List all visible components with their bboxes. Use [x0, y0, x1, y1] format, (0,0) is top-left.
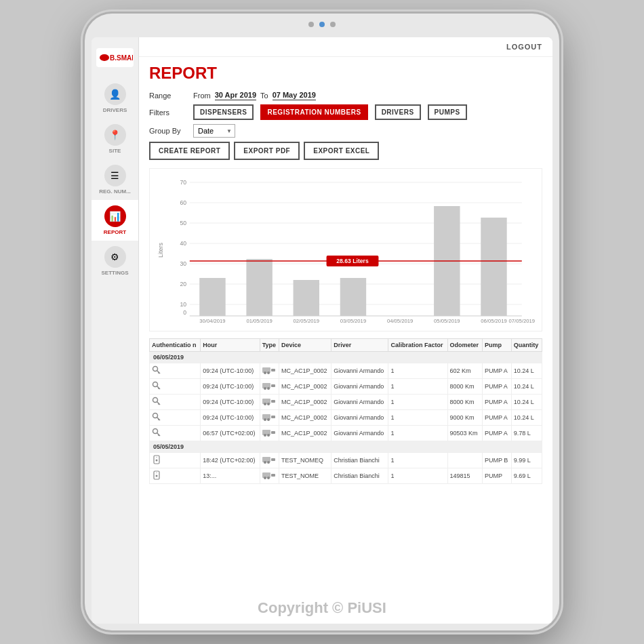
cell-auth: [150, 453, 201, 468]
sidebar-item-settings[interactable]: ⚙ SETTINGS: [92, 241, 138, 281]
cell-driver: Giovanni Armando: [331, 379, 388, 395]
to-date[interactable]: 07 May 2019: [273, 91, 316, 100]
create-report-button[interactable]: CREATE REPORT: [149, 142, 230, 160]
filter-drivers[interactable]: DRIVERS: [375, 104, 421, 120]
group-by-row: Group By Date Driver Device: [149, 124, 542, 138]
svg-text:40: 40: [180, 240, 186, 247]
svg-rect-60: [271, 431, 275, 434]
svg-point-75: [264, 477, 266, 479]
top-bar: LOGOUT: [139, 37, 552, 57]
from-label: From: [193, 92, 211, 100]
svg-text:20: 20: [180, 281, 186, 287]
svg-point-33: [264, 371, 266, 374]
cell-qty: 10.24 L: [511, 410, 542, 426]
table-row: 18:42 (UTC+02:00)TEST_NOMEQChristian Bia…: [150, 453, 542, 468]
col-qty: Quantity: [511, 339, 542, 352]
col-hour: Hour: [201, 339, 260, 352]
table-row: 09:24 (UTC-10:00)MC_AC1P_0002Giovanni Ar…: [150, 379, 542, 395]
cell-hour: 18:42 (UTC+02:00): [201, 453, 260, 468]
sidebar-item-reg-num[interactable]: ☰ REG. NUM...: [92, 159, 138, 200]
group-by-label: Group By: [149, 127, 186, 135]
cell-hour: 09:24 (UTC-10:00): [201, 395, 260, 410]
svg-point-47: [264, 403, 266, 405]
sidebar-item-site[interactable]: 📍 SITE: [92, 119, 138, 159]
cell-type: [260, 379, 279, 395]
cell-cal: 1: [388, 395, 447, 410]
cell-driver: Giovanni Armando: [331, 426, 388, 441]
table-row: 09:24 (UTC-10:00)MC_AC1P_0002Giovanni Ar…: [150, 395, 542, 410]
svg-point-42: [153, 398, 158, 403]
sidebar-label-report: REPORT: [104, 229, 126, 235]
svg-text:10: 10: [180, 301, 186, 308]
col-odo: Odometer: [447, 339, 482, 352]
cell-pump: PUMP A: [482, 379, 511, 395]
settings-icon: ⚙: [104, 246, 126, 268]
cell-cal: 1: [388, 379, 447, 395]
svg-point-48: [267, 403, 270, 405]
cell-type: [260, 363, 279, 379]
svg-point-69: [267, 461, 270, 464]
bar-7: [481, 218, 506, 316]
cell-hour: 09:24 (UTC-10:00): [201, 410, 260, 426]
svg-point-76: [267, 477, 270, 479]
table-date-group: 06/05/2019: [150, 352, 542, 363]
cell-pump: PUMP B: [482, 453, 511, 468]
cell-pump: PUMP A: [482, 426, 511, 441]
action-buttons: CREATE REPORT EXPORT PDF EXPORT EXCEL: [149, 142, 542, 160]
col-type: Type: [260, 339, 279, 352]
svg-point-64: [156, 460, 158, 462]
cell-device: TEST_NOMEQ: [279, 453, 331, 468]
svg-rect-32: [271, 369, 275, 371]
cell-odo: 602 Km: [447, 363, 482, 379]
cell-device: MC_AC1P_0002: [279, 410, 331, 426]
svg-point-2: [100, 56, 106, 60]
page-content: REPORT Range From 30 Apr 2019 To 07 May …: [139, 57, 552, 624]
table-row: 13:...TEST_NOMEChristian Bianchi1149815P…: [150, 468, 542, 484]
cell-qty: 10.24 L: [511, 395, 542, 410]
group-by-select[interactable]: Date Driver Device: [193, 124, 235, 138]
sidebar: B.SMART 👤 DRIVERS 📍 SITE ☰ REG. NUM... 📊…: [92, 37, 139, 624]
svg-rect-74: [271, 474, 275, 477]
svg-point-40: [264, 387, 266, 390]
sidebar-item-drivers[interactable]: 👤 DRIVERS: [92, 78, 138, 119]
svg-point-54: [264, 418, 266, 421]
cell-qty: 9.99 L: [511, 453, 542, 468]
cell-device: TEST_NOME: [279, 468, 331, 484]
cell-odo: 90503 Km: [447, 426, 482, 441]
tablet-screen: B.SMART 👤 DRIVERS 📍 SITE ☰ REG. NUM... 📊…: [92, 37, 552, 624]
export-pdf-button[interactable]: EXPORT PDF: [234, 142, 300, 160]
filter-pumps[interactable]: PUMPS: [428, 104, 467, 120]
filters-row: Filters DISPENSERS REGISTRATION NUMBERS …: [149, 104, 542, 120]
filter-registration[interactable]: REGISTRATION NUMBERS: [260, 104, 367, 120]
svg-point-71: [156, 475, 158, 477]
svg-point-34: [267, 371, 270, 374]
sidebar-item-report[interactable]: 📊 REPORT: [92, 200, 138, 241]
cell-odo: [447, 453, 482, 468]
data-table: Authenticatio n Hour Type Device Driver …: [149, 338, 542, 484]
svg-point-49: [153, 414, 158, 418]
table-row: 09:24 (UTC-10:00)MC_AC1P_0002Giovanni Ar…: [150, 410, 542, 426]
cell-driver: Christian Bianchi: [331, 453, 388, 468]
cell-pump: PUMP A: [482, 410, 511, 426]
svg-rect-67: [271, 458, 275, 461]
table-row: 06:57 (UTC+02:00)MC_AC1P_0002Giovanni Ar…: [150, 426, 542, 441]
logout-button[interactable]: LOGOUT: [506, 43, 542, 51]
svg-text:30: 30: [180, 260, 186, 267]
from-date[interactable]: 30 Apr 2019: [215, 91, 256, 100]
range-row: Range From 30 Apr 2019 To 07 May 2019: [149, 91, 542, 100]
camera-dot-1: [308, 22, 314, 27]
camera-dot-2: [319, 22, 325, 27]
report-icon: 📊: [104, 205, 126, 227]
filter-dispensers[interactable]: DISPENSERS: [193, 104, 254, 120]
cell-odo: 9000 Km: [447, 410, 482, 426]
sidebar-label-drivers: DRIVERS: [103, 107, 127, 113]
cell-driver: Giovanni Armando: [331, 363, 388, 379]
svg-rect-53: [271, 416, 275, 418]
sidebar-label-settings: SETTINGS: [101, 270, 128, 276]
filters-label: Filters: [149, 108, 186, 117]
table-date-group: 05/05/2019: [150, 441, 542, 453]
cell-auth: [150, 468, 201, 484]
svg-text:02/05/2019: 02/05/2019: [294, 318, 319, 324]
svg-text:04/05/2019: 04/05/2019: [387, 318, 413, 324]
export-excel-button[interactable]: EXPORT EXCEL: [304, 142, 379, 160]
